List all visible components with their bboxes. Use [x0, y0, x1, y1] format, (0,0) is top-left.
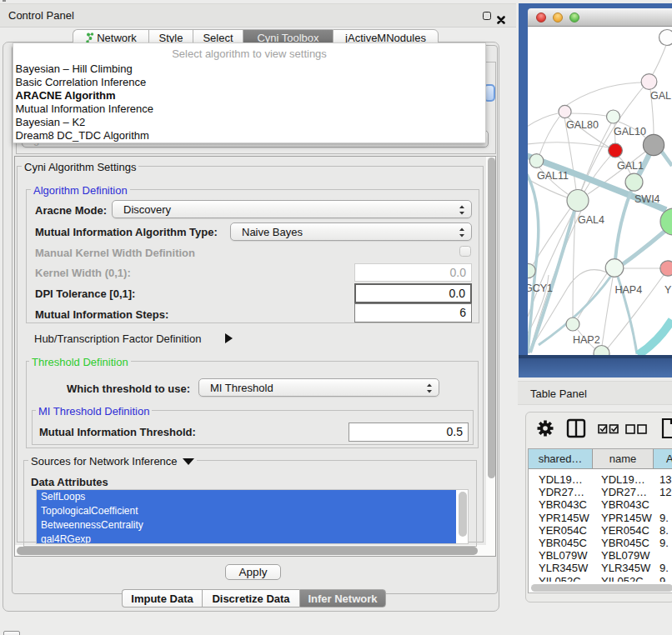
- svg-text:GAL4: GAL4: [578, 214, 604, 226]
- svg-text:Y: Y: [664, 284, 672, 296]
- svg-text:HAP4: HAP4: [615, 284, 643, 296]
- svg-text:SWI4: SWI4: [634, 193, 660, 205]
- svg-text:GAL: GAL: [650, 90, 671, 102]
- svg-text:HAP2: HAP2: [573, 334, 600, 346]
- svg-text:GAL1: GAL1: [617, 160, 644, 172]
- svg-text:GAL80: GAL80: [566, 119, 599, 131]
- svg-text:GAL11: GAL11: [537, 170, 569, 182]
- svg-text:GCY1: GCY1: [528, 282, 553, 294]
- svg-text:GAL10: GAL10: [614, 126, 646, 138]
